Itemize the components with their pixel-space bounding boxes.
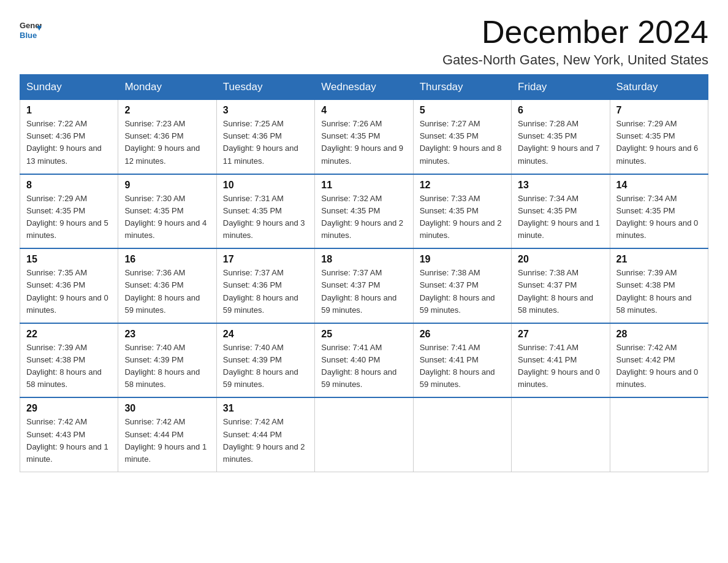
calendar-day-cell: 6 Sunrise: 7:28 AM Sunset: 4:35 PM Dayli… bbox=[512, 100, 610, 174]
calendar-day-cell: 3 Sunrise: 7:25 AM Sunset: 4:36 PM Dayli… bbox=[216, 100, 314, 174]
day-number: 15 bbox=[26, 254, 112, 265]
calendar-day-cell: 24 Sunrise: 7:40 AM Sunset: 4:39 PM Dayl… bbox=[216, 323, 314, 398]
day-number: 25 bbox=[321, 329, 406, 340]
calendar-day-cell: 15 Sunrise: 7:35 AM Sunset: 4:36 PM Dayl… bbox=[20, 248, 118, 323]
day-info: Sunrise: 7:27 AM Sunset: 4:35 PM Dayligh… bbox=[420, 118, 505, 167]
day-number: 3 bbox=[223, 105, 308, 116]
calendar-week-row: 1 Sunrise: 7:22 AM Sunset: 4:36 PM Dayli… bbox=[20, 100, 708, 174]
day-number: 5 bbox=[420, 105, 505, 116]
calendar-week-row: 22 Sunrise: 7:39 AM Sunset: 4:38 PM Dayl… bbox=[20, 323, 708, 398]
day-number: 20 bbox=[518, 254, 603, 265]
day-number: 26 bbox=[420, 329, 505, 340]
day-info: Sunrise: 7:42 AM Sunset: 4:43 PM Dayligh… bbox=[26, 416, 112, 465]
calendar-day-cell: 25 Sunrise: 7:41 AM Sunset: 4:40 PM Dayl… bbox=[315, 323, 413, 398]
column-header-monday: Monday bbox=[118, 75, 216, 100]
calendar-week-row: 29 Sunrise: 7:42 AM Sunset: 4:43 PM Dayl… bbox=[20, 397, 708, 472]
logo: General Blue bbox=[20, 15, 44, 42]
day-info: Sunrise: 7:35 AM Sunset: 4:36 PM Dayligh… bbox=[26, 267, 112, 316]
day-info: Sunrise: 7:32 AM Sunset: 4:35 PM Dayligh… bbox=[321, 193, 406, 242]
day-number: 29 bbox=[26, 403, 112, 414]
calendar-day-cell: 12 Sunrise: 7:33 AM Sunset: 4:35 PM Dayl… bbox=[413, 174, 511, 249]
day-info: Sunrise: 7:29 AM Sunset: 4:35 PM Dayligh… bbox=[616, 118, 702, 167]
calendar-day-cell bbox=[315, 397, 413, 472]
calendar-day-cell: 16 Sunrise: 7:36 AM Sunset: 4:36 PM Dayl… bbox=[118, 248, 216, 323]
calendar-day-cell: 2 Sunrise: 7:23 AM Sunset: 4:36 PM Dayli… bbox=[118, 100, 216, 174]
day-number: 23 bbox=[124, 329, 210, 340]
month-title: December 2024 bbox=[442, 15, 708, 50]
day-info: Sunrise: 7:42 AM Sunset: 4:44 PM Dayligh… bbox=[223, 416, 308, 465]
day-number: 31 bbox=[223, 403, 308, 414]
title-area: December 2024 Gates-North Gates, New Yor… bbox=[442, 15, 708, 68]
day-number: 4 bbox=[321, 105, 406, 116]
calendar-day-cell: 23 Sunrise: 7:40 AM Sunset: 4:39 PM Dayl… bbox=[118, 323, 216, 398]
day-info: Sunrise: 7:42 AM Sunset: 4:42 PM Dayligh… bbox=[616, 342, 702, 391]
column-header-wednesday: Wednesday bbox=[315, 75, 413, 100]
calendar-day-cell: 26 Sunrise: 7:41 AM Sunset: 4:41 PM Dayl… bbox=[413, 323, 511, 398]
calendar-day-cell: 7 Sunrise: 7:29 AM Sunset: 4:35 PM Dayli… bbox=[610, 100, 708, 174]
calendar-day-cell: 28 Sunrise: 7:42 AM Sunset: 4:42 PM Dayl… bbox=[610, 323, 708, 398]
page-header: General Blue December 2024 Gates-North G… bbox=[20, 15, 708, 68]
day-number: 2 bbox=[124, 105, 210, 116]
calendar-day-cell: 13 Sunrise: 7:34 AM Sunset: 4:35 PM Dayl… bbox=[512, 174, 610, 249]
day-number: 28 bbox=[616, 329, 702, 340]
day-number: 16 bbox=[124, 254, 210, 265]
calendar-day-cell: 8 Sunrise: 7:29 AM Sunset: 4:35 PM Dayli… bbox=[20, 174, 118, 249]
day-number: 18 bbox=[321, 254, 406, 265]
day-info: Sunrise: 7:38 AM Sunset: 4:37 PM Dayligh… bbox=[518, 267, 603, 316]
day-number: 10 bbox=[223, 180, 308, 191]
day-info: Sunrise: 7:39 AM Sunset: 4:38 PM Dayligh… bbox=[616, 267, 702, 316]
svg-text:Blue: Blue bbox=[20, 31, 37, 40]
location-subtitle: Gates-North Gates, New York, United Stat… bbox=[442, 52, 708, 68]
day-info: Sunrise: 7:42 AM Sunset: 4:44 PM Dayligh… bbox=[124, 416, 210, 465]
column-header-tuesday: Tuesday bbox=[216, 75, 314, 100]
day-info: Sunrise: 7:28 AM Sunset: 4:35 PM Dayligh… bbox=[518, 118, 603, 167]
day-number: 12 bbox=[420, 180, 505, 191]
day-info: Sunrise: 7:41 AM Sunset: 4:41 PM Dayligh… bbox=[420, 342, 505, 391]
day-info: Sunrise: 7:37 AM Sunset: 4:37 PM Dayligh… bbox=[321, 267, 406, 316]
calendar-week-row: 15 Sunrise: 7:35 AM Sunset: 4:36 PM Dayl… bbox=[20, 248, 708, 323]
day-info: Sunrise: 7:30 AM Sunset: 4:35 PM Dayligh… bbox=[124, 193, 210, 242]
calendar-day-cell: 21 Sunrise: 7:39 AM Sunset: 4:38 PM Dayl… bbox=[610, 248, 708, 323]
day-number: 19 bbox=[420, 254, 505, 265]
day-number: 9 bbox=[124, 180, 210, 191]
column-header-thursday: Thursday bbox=[413, 75, 511, 100]
calendar-day-cell: 29 Sunrise: 7:42 AM Sunset: 4:43 PM Dayl… bbox=[20, 397, 118, 472]
day-info: Sunrise: 7:39 AM Sunset: 4:38 PM Dayligh… bbox=[26, 342, 112, 391]
day-info: Sunrise: 7:41 AM Sunset: 4:41 PM Dayligh… bbox=[518, 342, 603, 391]
day-number: 24 bbox=[223, 329, 308, 340]
calendar-day-cell: 31 Sunrise: 7:42 AM Sunset: 4:44 PM Dayl… bbox=[216, 397, 314, 472]
day-number: 13 bbox=[518, 180, 603, 191]
calendar-day-cell bbox=[610, 397, 708, 472]
day-number: 17 bbox=[223, 254, 308, 265]
day-info: Sunrise: 7:33 AM Sunset: 4:35 PM Dayligh… bbox=[420, 193, 505, 242]
day-number: 7 bbox=[616, 105, 702, 116]
logo-icon: General Blue bbox=[20, 15, 42, 42]
calendar-header-row: SundayMondayTuesdayWednesdayThursdayFrid… bbox=[20, 75, 708, 100]
calendar-day-cell: 27 Sunrise: 7:41 AM Sunset: 4:41 PM Dayl… bbox=[512, 323, 610, 398]
day-number: 30 bbox=[124, 403, 210, 414]
column-header-friday: Friday bbox=[512, 75, 610, 100]
day-info: Sunrise: 7:25 AM Sunset: 4:36 PM Dayligh… bbox=[223, 118, 308, 167]
calendar-day-cell: 11 Sunrise: 7:32 AM Sunset: 4:35 PM Dayl… bbox=[315, 174, 413, 249]
calendar-week-row: 8 Sunrise: 7:29 AM Sunset: 4:35 PM Dayli… bbox=[20, 174, 708, 249]
column-header-saturday: Saturday bbox=[610, 75, 708, 100]
day-info: Sunrise: 7:37 AM Sunset: 4:36 PM Dayligh… bbox=[223, 267, 308, 316]
calendar-day-cell: 14 Sunrise: 7:34 AM Sunset: 4:35 PM Dayl… bbox=[610, 174, 708, 249]
calendar-day-cell: 22 Sunrise: 7:39 AM Sunset: 4:38 PM Dayl… bbox=[20, 323, 118, 398]
calendar-day-cell: 17 Sunrise: 7:37 AM Sunset: 4:36 PM Dayl… bbox=[216, 248, 314, 323]
calendar-day-cell: 10 Sunrise: 7:31 AM Sunset: 4:35 PM Dayl… bbox=[216, 174, 314, 249]
calendar-day-cell: 19 Sunrise: 7:38 AM Sunset: 4:37 PM Dayl… bbox=[413, 248, 511, 323]
day-number: 1 bbox=[26, 105, 112, 116]
day-info: Sunrise: 7:36 AM Sunset: 4:36 PM Dayligh… bbox=[124, 267, 210, 316]
day-number: 6 bbox=[518, 105, 603, 116]
calendar-day-cell: 1 Sunrise: 7:22 AM Sunset: 4:36 PM Dayli… bbox=[20, 100, 118, 174]
calendar-day-cell bbox=[413, 397, 511, 472]
calendar-table: SundayMondayTuesdayWednesdayThursdayFrid… bbox=[20, 74, 708, 472]
day-info: Sunrise: 7:41 AM Sunset: 4:40 PM Dayligh… bbox=[321, 342, 406, 391]
day-info: Sunrise: 7:22 AM Sunset: 4:36 PM Dayligh… bbox=[26, 118, 112, 167]
day-info: Sunrise: 7:26 AM Sunset: 4:35 PM Dayligh… bbox=[321, 118, 406, 167]
day-info: Sunrise: 7:38 AM Sunset: 4:37 PM Dayligh… bbox=[420, 267, 505, 316]
day-number: 14 bbox=[616, 180, 702, 191]
day-info: Sunrise: 7:31 AM Sunset: 4:35 PM Dayligh… bbox=[223, 193, 308, 242]
day-number: 11 bbox=[321, 180, 406, 191]
